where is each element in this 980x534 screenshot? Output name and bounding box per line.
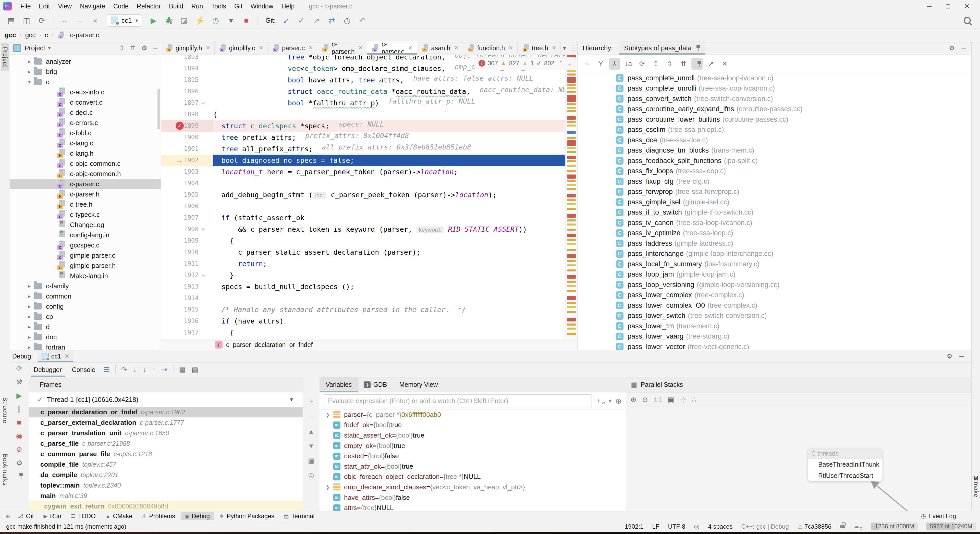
git-diff-icon[interactable]: ⇄ (328, 16, 336, 25)
stripe-mark[interactable] (567, 306, 576, 308)
tool-window-todo[interactable]: ☰TODO (67, 512, 100, 520)
duplicate-icon[interactable]: ▣ (308, 457, 314, 465)
minimize-icon[interactable]: ─ (927, 2, 932, 10)
code-line-1902[interactable]: 1902→ bool diagnosed_no_specs = false; (161, 155, 566, 166)
stripe-mark[interactable] (567, 249, 576, 251)
code-line-1905[interactable]: 1905 add_debug_begin_stmt (loc: c_parser… (161, 189, 566, 200)
gutter[interactable]: 1917 (161, 327, 213, 338)
stripe-mark[interactable] (567, 318, 576, 321)
close-icon[interactable]: ✕ (508, 44, 513, 51)
stripe-mark[interactable] (567, 243, 576, 245)
close-icon[interactable]: ✕ (408, 44, 412, 51)
cloud-settings-icon[interactable]: ☁⚙ (853, 523, 863, 531)
indent-setting[interactable]: 4 spaces (708, 523, 732, 530)
stripe-mark[interactable] (567, 137, 576, 139)
memory-indicator-ide[interactable]: 1236 of 8000M (871, 523, 918, 531)
hierarchy-item-pass_forwprop[interactable]: Cpass_forwprop(tree-ssa-forwprop.c) (578, 187, 971, 197)
tree-chevron-icon[interactable]: ▸ (25, 344, 34, 350)
git-branch-widget[interactable]: ⚠7ca38856 (797, 523, 832, 530)
coverage-icon[interactable]: ◪ (180, 16, 189, 25)
gutter[interactable]: 1894 (161, 63, 213, 74)
close-icon[interactable]: ✕ (259, 44, 263, 51)
gear-icon[interactable]: ⚙ (16, 459, 22, 467)
stripe-mark[interactable] (567, 203, 576, 205)
expand-selection-icon[interactable]: ⇳ (119, 44, 124, 52)
tree-item-c-convert.c[interactable]: Cc-convert.c (10, 97, 161, 107)
stripe-mark[interactable] (567, 219, 576, 221)
share-icon[interactable]: ∴ (692, 396, 696, 404)
code-line-1897[interactable]: 1897▿ bool *fallthru_attr_p)fallthru_att… (161, 97, 566, 109)
tool-window-run[interactable]: ▶Run (39, 512, 65, 520)
close-icon[interactable]: ✕ (454, 44, 458, 51)
memory-indicator-debuggee[interactable]: 5967 of 10240M (926, 523, 976, 531)
debugger-tab-console[interactable]: Console (67, 362, 100, 377)
type-hierarchy-icon[interactable]: ⌁ (581, 58, 593, 70)
stripe-mark[interactable] (567, 165, 576, 167)
menu-navigate[interactable]: Navigate (76, 1, 109, 11)
stripe-mark[interactable] (567, 91, 576, 93)
stripe-mark[interactable] (567, 77, 576, 83)
tree-chevron-icon[interactable]: ▸ (25, 313, 34, 320)
tree-item-c-objc-common.c[interactable]: Cc-objc-common.c (10, 159, 161, 168)
menu-git[interactable]: Git (230, 1, 247, 11)
menu-build[interactable]: Build (165, 1, 187, 11)
tree-item-c-lang.c[interactable]: Cc-lang.c (10, 138, 161, 148)
editor-tab-asan.h[interactable]: Hasan.h✕ (417, 41, 463, 55)
tool-window-cmake[interactable]: ▲CMake (101, 512, 137, 520)
code-line-1916[interactable]: 1916 if (have_attrs) (161, 315, 566, 327)
code-area[interactable]: 1893 tree *objc_foreach_object_declarati… (161, 51, 566, 350)
move-up-icon[interactable]: ▲ (308, 428, 314, 435)
menu-tools[interactable]: Tools (207, 1, 230, 11)
stripe-mark[interactable] (567, 180, 576, 182)
tool-strip-structure[interactable]: Structure (2, 397, 8, 423)
step-into-icon[interactable]: ↓ (133, 366, 137, 374)
gutter[interactable]: 1905 (161, 189, 213, 200)
menu-code[interactable]: Code (109, 1, 133, 11)
tree-item-config[interactable]: ▸config (10, 301, 161, 312)
hierarchy-item-pass_complete_unrolli[interactable]: Cpass_complete_unrolli(tree-ssa-loop-ivc… (578, 83, 971, 94)
stripe-mark[interactable] (567, 302, 576, 304)
sort-alpha-icon[interactable]: ↓a (622, 58, 634, 70)
stripe-mark[interactable] (567, 234, 576, 237)
stripe-mark[interactable] (567, 73, 576, 76)
tree-item-fortran[interactable]: ▸fortran (10, 342, 161, 350)
gutter[interactable]: 1901 (161, 143, 213, 155)
hierarchy-item-pass_complete_unroll[interactable]: Cpass_complete_unroll(tree-ssa-loop-ivca… (578, 73, 971, 83)
tree-item-c[interactable]: ▾c (10, 77, 161, 87)
editor-tab-gimplify.h[interactable]: Hgimplify.h✕ (161, 41, 215, 55)
hierarchy-item-pass_lower_vector[interactable]: Cpass_lower_vector(tree-vect-generic.c) (578, 342, 971, 350)
editor-tab-parser.c[interactable]: Cparser.c✕ (268, 41, 317, 55)
tree-item-c-objc-common.h[interactable]: Hc-objc-common.h (10, 168, 161, 179)
debug-session-tab[interactable]: cc1 ✕ (38, 350, 74, 362)
code-line-1903[interactable]: 1903 location_t here = c_parser_peek_tok… (161, 166, 566, 178)
gutter[interactable]: 1915 (161, 304, 213, 315)
evaluate-expression-input[interactable] (324, 394, 592, 407)
stripe-mark[interactable] (567, 333, 576, 335)
frame-c_parser_translation_unit[interactable]: c_parser_translation_unitc-parser.c:1650 (29, 428, 303, 438)
zoom-in-icon[interactable]: ⊕ (630, 396, 636, 404)
stripe-mark[interactable] (567, 324, 576, 326)
tree-item-c-decl.c[interactable]: Cc-decl.c (10, 107, 161, 118)
close-icon[interactable]: ✕ (358, 44, 363, 51)
tree-item-cp[interactable]: ▸cp (10, 312, 161, 322)
variable-fndef_ok[interactable]: 01fndef_ok = {bool} true (320, 420, 626, 431)
expand-chevron-icon[interactable]: ❯ (326, 412, 333, 418)
gutter[interactable]: 1895 (161, 74, 213, 86)
close-icon[interactable]: ✕ (552, 44, 556, 51)
zoom-out-icon[interactable]: ⊖ (642, 396, 648, 404)
git-update-icon[interactable]: ↙ (282, 16, 290, 25)
tree-chevron-icon[interactable]: ▸ (25, 334, 34, 340)
hierarchy-item-pass_lower_complex_O0[interactable]: Cpass_lower_complex_O0(tree-complex.c) (578, 300, 971, 311)
editor-tab-c-parser.c[interactable]: Cc-parser.c✕ (367, 41, 417, 55)
frame-compile_file[interactable]: compile_filetoplev.c:457 (29, 459, 303, 470)
current-function-bar[interactable]: f c_parser_declaration_or_fndef (161, 339, 577, 350)
variable-omp_declare_simd_clauses[interactable]: ❯omp_declare_simd_clauses = {vec<c_token… (320, 482, 626, 493)
tree-item-c-tree.h[interactable]: Hc-tree.h (10, 199, 161, 210)
code-line-1904[interactable]: 1904 (161, 178, 566, 189)
tool-window-switcher-icon[interactable]: ⊞ (3, 513, 12, 520)
stripe-mark[interactable] (567, 131, 576, 134)
layout-icon[interactable]: ▤ (192, 366, 198, 374)
stripe-mark[interactable] (567, 275, 576, 279)
tree-item-d[interactable]: ▸d (10, 322, 161, 332)
supertypes-icon[interactable]: Y (595, 58, 607, 70)
